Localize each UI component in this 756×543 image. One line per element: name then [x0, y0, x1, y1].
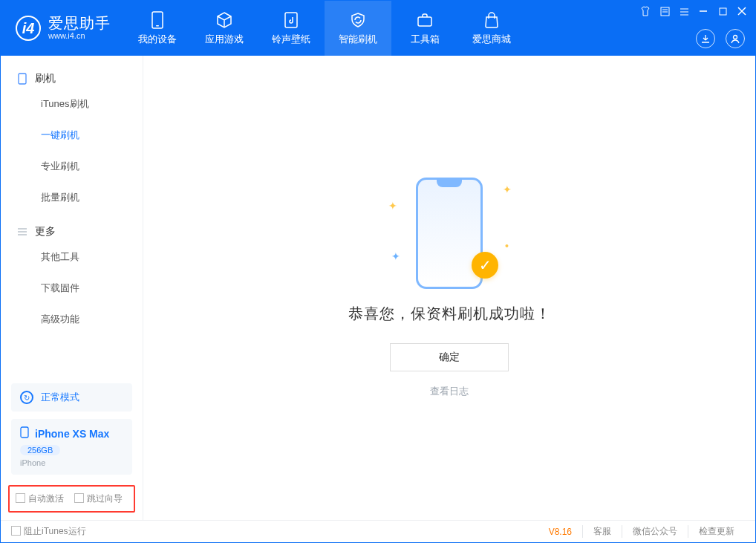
note-icon[interactable] [659, 5, 671, 17]
checkbox-auto-activate[interactable]: 自动激活 [16, 492, 64, 505]
sidebar-item-pro-flash[interactable]: 专业刷机 [1, 151, 143, 182]
sparkle-icon: • [505, 240, 509, 252]
checkbox-skip-guide[interactable]: 跳过向导 [74, 492, 123, 505]
check-badge-icon: ✓ [472, 252, 498, 279]
svg-point-6 [734, 36, 737, 39]
main-content: ✓ ✦ ✦ • ✦ 恭喜您，保资料刷机成功啦！ 确定 查看日志 [143, 56, 755, 520]
music-file-icon [282, 11, 300, 29]
device-type: iPhone [20, 458, 123, 467]
sidebar-item-other-tools[interactable]: 其他工具 [1, 241, 143, 273]
nav-label: 铃声壁纸 [272, 33, 310, 46]
list-small-icon [17, 227, 27, 237]
app-name-en: www.i4.cn [48, 30, 111, 41]
nav-smart-flash[interactable]: 智能刷机 [325, 1, 391, 56]
sidebar-item-download-firmware[interactable]: 下载固件 [1, 273, 143, 304]
svg-rect-8 [21, 427, 28, 438]
minimize-icon[interactable] [697, 5, 709, 17]
nav-label: 爱思商城 [472, 33, 511, 46]
nav-label: 应用游戏 [205, 33, 244, 46]
cube-icon [215, 11, 233, 29]
nav-store[interactable]: 爱思商城 [458, 1, 525, 56]
sidebar-item-batch-flash[interactable]: 批量刷机 [1, 182, 143, 213]
logo: i4 爱思助手 www.i4.cn [1, 1, 124, 56]
device-card[interactable]: iPhone XS Max 256GB iPhone [11, 419, 132, 475]
close-icon[interactable] [736, 5, 748, 17]
success-illustration: ✓ ✦ ✦ • ✦ [405, 178, 494, 289]
svg-rect-1 [156, 25, 159, 27]
app-name-cn: 爱思助手 [48, 16, 111, 30]
nav-label: 我的设备 [138, 33, 177, 46]
window-controls [639, 5, 748, 17]
phone-outline-icon [416, 178, 483, 289]
sidebar-group-flash: 刷机 [1, 60, 143, 88]
status-bar: 阻止iTunes运行 V8.16 客服 微信公众号 检查更新 [1, 520, 755, 542]
sidebar-item-advanced[interactable]: 高级功能 [1, 304, 143, 335]
device-small-icon [20, 426, 29, 440]
checkbox-icon [74, 493, 84, 503]
phone-small-icon [17, 74, 27, 84]
user-icon[interactable] [726, 29, 745, 48]
ok-button[interactable]: 确定 [390, 343, 509, 371]
footer-link-update[interactable]: 检查更新 [688, 525, 745, 538]
group-title: 刷机 [35, 72, 56, 85]
nav-my-device[interactable]: 我的设备 [124, 1, 191, 56]
sparkle-icon: ✦ [388, 200, 397, 212]
svg-rect-7 [19, 74, 26, 84]
bag-icon [483, 11, 501, 29]
download-icon[interactable] [696, 29, 715, 48]
success-message: 恭喜您，保资料刷机成功啦！ [348, 304, 551, 324]
app-header: i4 爱思助手 www.i4.cn 我的设备 应用游戏 铃声壁纸 智能刷机 工具… [1, 1, 755, 56]
device-name: iPhone XS Max [35, 428, 109, 440]
nav-label: 工具箱 [411, 33, 440, 46]
shirt-icon[interactable] [639, 5, 651, 17]
checkbox-block-itunes[interactable]: 阻止iTunes运行 [11, 525, 86, 538]
maximize-icon[interactable] [717, 5, 729, 17]
sidebar-group-more: 更多 [1, 213, 143, 241]
view-log-link[interactable]: 查看日志 [430, 385, 469, 398]
device-icon [149, 11, 166, 29]
nav-label: 智能刷机 [339, 33, 377, 46]
checkbox-icon [16, 493, 25, 503]
sidebar: 刷机 iTunes刷机 一键刷机 专业刷机 批量刷机 更多 其他工具 下载固件 … [1, 56, 143, 520]
group-title: 更多 [35, 225, 56, 238]
sparkle-icon: ✦ [391, 250, 400, 262]
logo-icon: i4 [16, 16, 41, 41]
briefcase-icon [416, 11, 434, 29]
sparkle-icon: ✦ [503, 183, 512, 195]
version-label: V8.16 [549, 527, 572, 537]
sidebar-item-itunes-flash[interactable]: iTunes刷机 [1, 88, 143, 120]
svg-rect-5 [720, 8, 726, 15]
nav-ringtone-wallpaper[interactable]: 铃声壁纸 [258, 1, 325, 56]
header-user-controls [696, 29, 745, 48]
top-nav: 我的设备 应用游戏 铃声壁纸 智能刷机 工具箱 爱思商城 [124, 1, 525, 56]
nav-toolbox[interactable]: 工具箱 [391, 1, 458, 56]
svg-rect-3 [418, 17, 431, 26]
checkbox-icon [11, 526, 21, 536]
nav-apps-games[interactable]: 应用游戏 [191, 1, 258, 56]
mode-normal-icon: ↻ [20, 391, 33, 404]
refresh-shield-icon [349, 11, 367, 29]
mode-label: 正常模式 [41, 391, 79, 404]
highlighted-options-row: 自动激活 跳过向导 [8, 485, 135, 513]
device-storage: 256GB [20, 445, 60, 455]
sidebar-item-oneclick-flash[interactable]: 一键刷机 [1, 120, 143, 151]
footer-link-wechat[interactable]: 微信公众号 [622, 525, 688, 538]
mode-card[interactable]: ↻ 正常模式 [11, 383, 132, 412]
footer-link-support[interactable]: 客服 [582, 525, 622, 538]
menu-icon[interactable] [678, 5, 690, 17]
